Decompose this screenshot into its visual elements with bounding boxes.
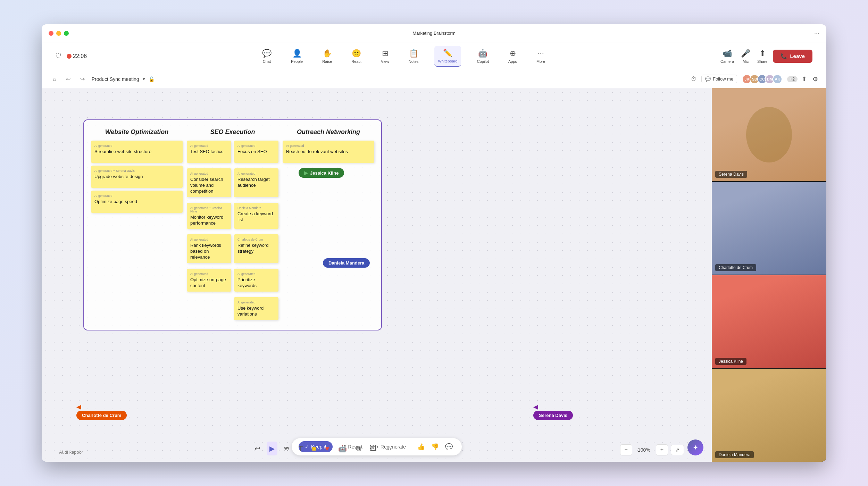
people-icon: 👤 [292, 49, 302, 58]
mic-button[interactable]: 🎤 Mic [741, 49, 750, 64]
copy-tool-button[interactable]: ⧉ [353, 442, 364, 455]
share-label: Share [757, 59, 767, 64]
toolbar-raise[interactable]: ✋ Raise [319, 46, 335, 66]
chat-icon: 💬 [262, 49, 272, 58]
column-outreach: Outreach Networking AI generated Reach o… [283, 128, 374, 323]
video-tile-charlotte: Charlotte de Crum [712, 182, 826, 275]
toolbar-more[interactable]: ··· More [533, 46, 549, 66]
more-icon: ··· [537, 49, 544, 58]
copilot-tool-button[interactable]: 🤖 [335, 442, 350, 455]
toolbar-apps[interactable]: ⊕ Apps [505, 46, 520, 66]
toolbar-view[interactable]: ⊞ View [377, 46, 393, 66]
sticky-reach-out[interactable]: AI generated Reach out to relevant websi… [283, 141, 374, 163]
image-tool-button[interactable]: 🖼 [367, 442, 379, 455]
sticky-upgrade[interactable]: AI generated + Serena Davis Upgrade webs… [91, 166, 183, 188]
toolbar-copilot[interactable]: 🤖 Copilot [474, 46, 492, 66]
redo-button[interactable]: ↪ [77, 74, 87, 84]
settings-icon[interactable]: ⚙ [812, 75, 818, 83]
drawing-toolbar: ↩ ▶ ≋ T ■ ♥ 🤖 ⧉ 🖼 ··· [252, 442, 394, 455]
sticky-rank[interactable]: AI generated Rank keywords based on rele… [187, 234, 231, 263]
note-text-use-keyword: Use keyword variations [237, 305, 275, 317]
follow-me-button[interactable]: 💬 Follow me [701, 75, 737, 83]
toolbar-notes[interactable]: 📋 Notes [405, 46, 422, 66]
toolbar-people[interactable]: 👤 People [287, 46, 306, 66]
minimize-button[interactable] [56, 31, 61, 36]
leave-button[interactable]: 📞 Leave [773, 50, 812, 63]
sticky-prioritize[interactable]: AI generated Prioritize keywords [234, 269, 278, 292]
view-label: View [381, 59, 389, 64]
sticky-consider[interactable]: AI generated Consider search volume and … [187, 168, 231, 197]
titlebar: Marketing Brainstorm ··· [42, 24, 826, 42]
note-text-rank: Rank keywords based on relevance [190, 243, 228, 260]
sticky-focus-seo[interactable]: AI generated Focus on SEO [234, 141, 278, 163]
cursor-daniela: Daniela Mandera [323, 258, 370, 268]
sticky-tool-button[interactable]: ■ [309, 442, 319, 455]
share-icon: ⬆ [759, 49, 766, 58]
select-tool-button[interactable]: ▶ [267, 442, 277, 455]
text-tool-button[interactable]: T [296, 442, 306, 455]
notes-label: Notes [409, 59, 419, 64]
feedback-button[interactable]: 💬 [443, 441, 455, 453]
share-button[interactable]: ⬆ Share [757, 49, 767, 64]
undo-button[interactable]: ↩ [63, 74, 73, 84]
maximize-button[interactable] [64, 31, 69, 36]
copilot-fab[interactable]: ✦ [687, 439, 703, 455]
react-icon: 🙂 [352, 49, 361, 58]
thumbs-down-button[interactable]: 👎 [429, 441, 441, 453]
note-text-upgrade: Upgrade website design [94, 174, 179, 180]
toolbar-whiteboard[interactable]: ✏️ Whiteboard [434, 46, 461, 67]
zoom-controls: − 100% + ⤢ [620, 444, 684, 455]
toolbar-right: 📹 Camera 🎤 Mic ⬆ Share 📞 Leave [720, 49, 812, 64]
window-title: Marketing Brainstorm [412, 31, 456, 36]
avatar-5[interactable]: AK [773, 74, 782, 84]
flow-tool-button[interactable]: ≋ [281, 442, 292, 455]
more-tools-button[interactable]: ··· [383, 442, 394, 455]
thumbs-up-button[interactable]: 👍 [415, 441, 427, 453]
whiteboard-canvas[interactable]: Website Optimization AI generated Stream… [42, 88, 712, 462]
people-label: People [291, 59, 303, 64]
chat-label: Chat [263, 59, 271, 64]
fit-button[interactable]: ⤢ [671, 445, 684, 455]
divider-2 [413, 442, 413, 452]
home-button[interactable]: ⌂ [50, 75, 59, 84]
name-tag-jessica: Jessica Kline [715, 358, 746, 365]
col-title-outreach: Outreach Networking [283, 128, 374, 136]
video-tile-daniela: Daniela Mandera [712, 369, 826, 462]
share-link-icon[interactable]: ⬆ [802, 75, 807, 83]
sticky-test-seo[interactable]: AI generated Test SEO tactics [187, 141, 231, 163]
undo-draw-button[interactable]: ↩ [252, 442, 263, 455]
ai-label-optimize-page: AI generated [190, 272, 228, 276]
col-title-seo: SEO Execution [187, 128, 278, 136]
toolbar-left: 🛡 22:06 [56, 52, 87, 60]
sticky-research[interactable]: AI generated Research target audience [234, 168, 278, 197]
column-website-optimization: Website Optimization AI generated Stream… [91, 128, 183, 323]
toolbar-react[interactable]: 🙂 React [348, 46, 365, 66]
sticky-use-keyword[interactable]: AI generated Use keyword variations [234, 297, 278, 320]
camera-button[interactable]: 📹 Camera [720, 49, 734, 64]
zoom-out-button[interactable]: − [620, 444, 632, 455]
note-text-refine: Refine keyword strategy [237, 243, 275, 254]
more-button[interactable]: ··· [814, 30, 819, 37]
toolbar-chat[interactable]: 💬 Chat [259, 46, 275, 66]
camera-label: Camera [720, 59, 734, 64]
undo-icon: ↩ [66, 76, 70, 82]
sticky-optimize-page[interactable]: AI generated Optimize on-page content [187, 269, 231, 292]
ai-label-reach-out: AI generated [286, 144, 371, 148]
leave-phone-icon: 📞 [781, 53, 787, 59]
zoom-in-button[interactable]: + [656, 444, 668, 455]
heart-tool-button[interactable]: ♥ [322, 442, 332, 455]
close-button[interactable] [49, 31, 53, 36]
sticky-optimize-speed[interactable]: AI generated Optimize page speed [91, 191, 183, 213]
sticky-create-keyword[interactable]: Daniela Mandera Create a keyword list [234, 203, 278, 229]
ai-label-test-seo: AI generated [190, 144, 228, 148]
sticky-refine[interactable]: Charlotte de Crum Refine keyword strateg… [234, 234, 278, 263]
timer: 22:06 [73, 53, 87, 59]
sticky-monitor[interactable]: AI generated + Jessica Kline Monitor key… [187, 203, 231, 229]
ai-label-upgrade: AI generated + Serena Davis [94, 169, 179, 173]
column-seo-execution: SEO Execution AI generated Test SEO tact… [187, 128, 278, 323]
dropdown-icon[interactable]: ▾ [143, 76, 145, 82]
copilot-fab-icon: ✦ [693, 443, 699, 452]
home-icon: ⌂ [53, 76, 56, 82]
sticky-streamline[interactable]: AI generated Streamline website structur… [91, 141, 183, 163]
note-text-monitor: Monitor keyword performance [190, 215, 228, 226]
